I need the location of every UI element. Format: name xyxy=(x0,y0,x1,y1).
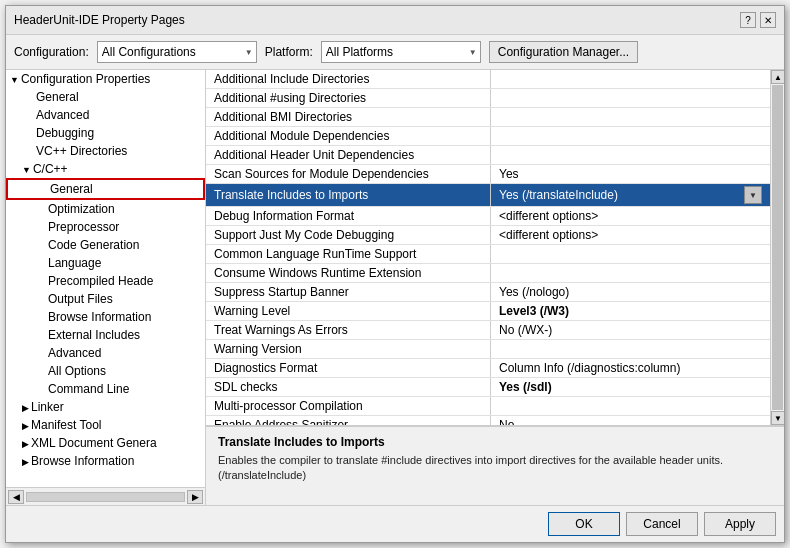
platform-select-wrapper: All Platforms xyxy=(321,41,481,63)
prop-name-15: Diagnostics Format xyxy=(206,359,491,377)
tree-item-advanced[interactable]: Advanced xyxy=(6,106,205,124)
tree-item-preprocessor[interactable]: Preprocessor xyxy=(6,218,205,236)
prop-row-5[interactable]: Scan Sources for Module DependenciesYes xyxy=(206,165,770,184)
prop-name-0: Additional Include Directories xyxy=(206,70,491,88)
tree-item-debugging[interactable]: Debugging xyxy=(6,124,205,142)
scroll-down-btn[interactable]: ▼ xyxy=(771,411,784,425)
tree-item-command-line[interactable]: Command Line xyxy=(6,380,205,398)
tree-item-ext-includes[interactable]: External Includes xyxy=(6,326,205,344)
tree-item-precompiled[interactable]: Precompiled Heade xyxy=(6,272,205,290)
platform-select[interactable]: All Platforms xyxy=(321,41,481,63)
prop-name-4: Additional Header Unit Dependencies xyxy=(206,146,491,164)
prop-row-10[interactable]: Consume Windows Runtime Extension xyxy=(206,264,770,283)
prop-name-2: Additional BMI Directories xyxy=(206,108,491,126)
prop-row-6[interactable]: Translate Includes to ImportsYes (/trans… xyxy=(206,184,770,207)
tree-item-general[interactable]: General xyxy=(6,88,205,106)
right-scrollbar[interactable]: ▲ ▼ xyxy=(770,70,784,425)
prop-value-12: Level3 (/W3) xyxy=(491,302,770,320)
dropdown-arrow-6[interactable]: ▼ xyxy=(744,186,762,204)
title-bar: HeaderUnit-IDE Property Pages ? ✕ xyxy=(6,6,784,35)
prop-value-5: Yes xyxy=(491,165,770,183)
prop-name-11: Suppress Startup Banner xyxy=(206,283,491,301)
help-button[interactable]: ? xyxy=(740,12,756,28)
prop-value-10 xyxy=(491,264,770,282)
tree-item-linker[interactable]: ▶Linker xyxy=(6,398,205,416)
prop-name-18: Enable Address Sanitizer xyxy=(206,416,491,425)
prop-row-7[interactable]: Debug Information Format<different optio… xyxy=(206,207,770,226)
prop-row-11[interactable]: Suppress Startup BannerYes (/nologo) xyxy=(206,283,770,302)
platform-label: Platform: xyxy=(265,45,313,59)
tree-item-browse-info[interactable]: Browse Information xyxy=(6,308,205,326)
prop-row-17[interactable]: Multi-processor Compilation xyxy=(206,397,770,416)
horizontal-scrollbar[interactable]: ◀ ▶ xyxy=(6,487,205,505)
prop-name-12: Warning Level xyxy=(206,302,491,320)
prop-value-4 xyxy=(491,146,770,164)
prop-row-3[interactable]: Additional Module Dependencies xyxy=(206,127,770,146)
scroll-right-btn[interactable]: ▶ xyxy=(187,490,203,504)
prop-value-14 xyxy=(491,340,770,358)
prop-value-18: No xyxy=(491,416,770,425)
tree-item-advanced2[interactable]: Advanced xyxy=(6,344,205,362)
prop-row-13[interactable]: Treat Warnings As ErrorsNo (/WX-) xyxy=(206,321,770,340)
scroll-track[interactable] xyxy=(26,492,185,502)
tree-item-browse-info2[interactable]: ▶Browse Information xyxy=(6,452,205,470)
prop-row-15[interactable]: Diagnostics FormatColumn Info (/diagnost… xyxy=(206,359,770,378)
prop-name-16: SDL checks xyxy=(206,378,491,396)
prop-value-7: <different options> xyxy=(491,207,770,225)
prop-row-9[interactable]: Common Language RunTime Support xyxy=(206,245,770,264)
main-area: ▼Configuration PropertiesGeneralAdvanced… xyxy=(6,70,784,505)
tree-item-output-files[interactable]: Output Files xyxy=(6,290,205,308)
apply-button[interactable]: Apply xyxy=(704,512,776,536)
info-title: Translate Includes to Imports xyxy=(218,435,772,449)
config-label: Configuration: xyxy=(14,45,89,59)
config-row: Configuration: All Configurations Platfo… xyxy=(6,35,784,70)
tree-item-cpp[interactable]: ▼C/C++ xyxy=(6,160,205,178)
prop-name-6: Translate Includes to Imports xyxy=(206,184,491,206)
prop-value-9 xyxy=(491,245,770,263)
prop-row-4[interactable]: Additional Header Unit Dependencies xyxy=(206,146,770,165)
cancel-button[interactable]: Cancel xyxy=(626,512,698,536)
tree-item-manifest-tool[interactable]: ▶Manifest Tool xyxy=(6,416,205,434)
scroll-thumb[interactable] xyxy=(772,85,783,410)
prop-row-8[interactable]: Support Just My Code Debugging<different… xyxy=(206,226,770,245)
prop-name-10: Consume Windows Runtime Extension xyxy=(206,264,491,282)
prop-value-6[interactable]: Yes (/translateInclude)▼ xyxy=(491,184,770,206)
ok-button[interactable]: OK xyxy=(548,512,620,536)
tree-item-optimization[interactable]: Optimization xyxy=(6,200,205,218)
prop-value-17 xyxy=(491,397,770,415)
dialog-title: HeaderUnit-IDE Property Pages xyxy=(14,13,185,27)
tree-item-vcpp-dirs[interactable]: VC++ Directories xyxy=(6,142,205,160)
scroll-left-btn[interactable]: ◀ xyxy=(8,490,24,504)
right-table-container: Additional Include DirectoriesAdditional… xyxy=(206,70,784,425)
tree-item-all-options[interactable]: All Options xyxy=(6,362,205,380)
tree-item-cpp-general[interactable]: General xyxy=(6,178,205,200)
tree-item-language[interactable]: Language xyxy=(6,254,205,272)
tree-item-config-props[interactable]: ▼Configuration Properties xyxy=(6,70,205,88)
right-panel: Additional Include DirectoriesAdditional… xyxy=(206,70,784,505)
prop-row-14[interactable]: Warning Version xyxy=(206,340,770,359)
close-button[interactable]: ✕ xyxy=(760,12,776,28)
button-row: OK Cancel Apply xyxy=(6,505,784,542)
prop-row-12[interactable]: Warning LevelLevel3 (/W3) xyxy=(206,302,770,321)
prop-name-14: Warning Version xyxy=(206,340,491,358)
tree-item-xml-doc[interactable]: ▶XML Document Genera xyxy=(6,434,205,452)
config-manager-button[interactable]: Configuration Manager... xyxy=(489,41,638,63)
title-controls: ? ✕ xyxy=(740,12,776,28)
prop-row-18[interactable]: Enable Address SanitizerNo xyxy=(206,416,770,425)
prop-row-2[interactable]: Additional BMI Directories xyxy=(206,108,770,127)
config-select[interactable]: All Configurations xyxy=(97,41,257,63)
prop-value-1 xyxy=(491,89,770,107)
prop-row-0[interactable]: Additional Include Directories xyxy=(206,70,770,89)
prop-row-1[interactable]: Additional #using Directories xyxy=(206,89,770,108)
tree-container: ▼Configuration PropertiesGeneralAdvanced… xyxy=(6,70,205,487)
scroll-up-btn[interactable]: ▲ xyxy=(771,70,784,84)
info-description: Enables the compiler to translate #inclu… xyxy=(218,453,772,484)
prop-row-16[interactable]: SDL checksYes (/sdl) xyxy=(206,378,770,397)
prop-name-3: Additional Module Dependencies xyxy=(206,127,491,145)
prop-name-1: Additional #using Directories xyxy=(206,89,491,107)
tree-item-code-gen[interactable]: Code Generation xyxy=(6,236,205,254)
prop-value-15: Column Info (/diagnostics:column) xyxy=(491,359,770,377)
prop-name-9: Common Language RunTime Support xyxy=(206,245,491,263)
prop-value-8: <different options> xyxy=(491,226,770,244)
prop-value-11: Yes (/nologo) xyxy=(491,283,770,301)
